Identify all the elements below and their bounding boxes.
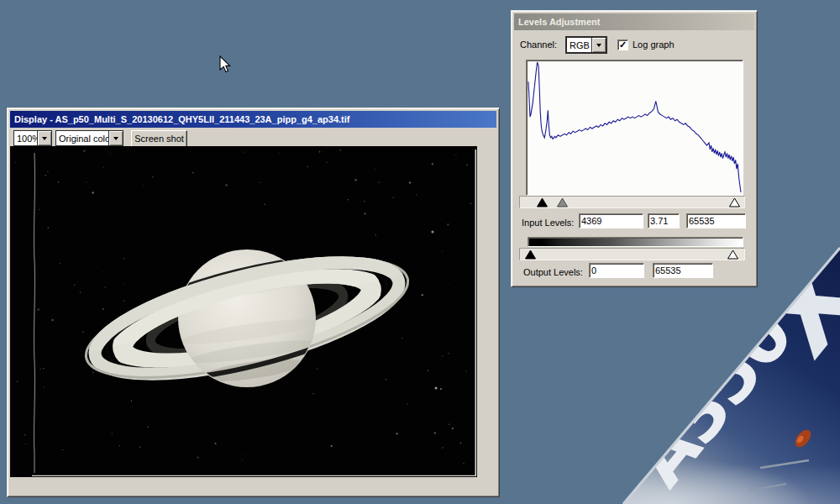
display-window: Display - AS_p50_Multi_S_20130612_QHY5LI… (7, 108, 500, 497)
channel-label: Channel: (520, 39, 557, 50)
histogram-plot (527, 60, 743, 195)
output-gradient-bar (528, 237, 743, 247)
desktop: A350 X Display - AS_p50_Multi_S_20130612… (0, 0, 840, 504)
channel-combo-value: RGB (567, 40, 591, 50)
levels-dialog-titlebar[interactable]: Levels Adjustment (514, 13, 754, 30)
chevron-down-icon (113, 137, 118, 143)
zoom-combo-value: 100% (14, 134, 37, 144)
output-low-field[interactable] (589, 263, 644, 278)
moon-dot (435, 387, 438, 390)
chevron-down-icon (42, 137, 47, 143)
input-levels-label: Input Levels: (522, 218, 574, 228)
display-window-title: Display - AS_p50_Multi_S_20130612_QHY5LI… (14, 114, 349, 124)
color-mode-combo-value: Original color (56, 134, 108, 144)
input-black-point-slider[interactable] (537, 197, 548, 207)
input-white-point-slider[interactable] (729, 197, 740, 207)
moon-dot (431, 230, 433, 233)
input-gamma-field[interactable] (648, 213, 680, 228)
input-gamma-slider[interactable] (557, 197, 568, 207)
display-toolbar: 100% Original color Screen shot (10, 129, 496, 146)
saturn (73, 232, 421, 406)
mouse-cursor-icon (219, 55, 233, 74)
chevron-down-icon (596, 44, 601, 50)
channel-combo[interactable]: RGB (565, 36, 607, 54)
histogram-panel (526, 60, 743, 196)
channel-combo-arrow-button[interactable] (591, 38, 606, 52)
output-levels-label: Output Levels: (523, 267, 583, 277)
stacking-edge-artifact-left (34, 153, 34, 473)
checkmark-icon: ✓ (619, 39, 627, 50)
output-white-point-slider[interactable] (727, 249, 738, 260)
input-slider-track (519, 196, 745, 208)
histogram-curve (528, 62, 741, 192)
saturn-image (10, 146, 477, 477)
color-mode-combo[interactable]: Original color (55, 130, 123, 146)
zoom-combo[interactable]: 100% (13, 130, 52, 146)
input-high-field[interactable] (686, 213, 746, 228)
display-window-titlebar[interactable]: Display - AS_p50_Multi_S_20130612_QHY5LI… (10, 111, 496, 128)
output-slider-track (519, 248, 745, 260)
screenshot-button[interactable]: Screen shot (131, 130, 187, 148)
log-graph-label: Log graph (633, 39, 675, 50)
image-canvas (10, 146, 477, 477)
color-mode-combo-arrow-button[interactable] (108, 131, 123, 145)
moon-dot (440, 388, 442, 390)
levels-dialog: Levels Adjustment Channel: RGB ✓ Log gra… (511, 10, 758, 287)
zoom-combo-arrow-button[interactable] (37, 131, 51, 145)
log-graph-checkbox[interactable]: ✓ (617, 39, 628, 50)
output-black-point-slider[interactable] (525, 249, 536, 260)
input-low-field[interactable] (579, 213, 643, 228)
output-high-field[interactable] (653, 263, 713, 278)
levels-dialog-title: Levels Adjustment (518, 17, 600, 27)
